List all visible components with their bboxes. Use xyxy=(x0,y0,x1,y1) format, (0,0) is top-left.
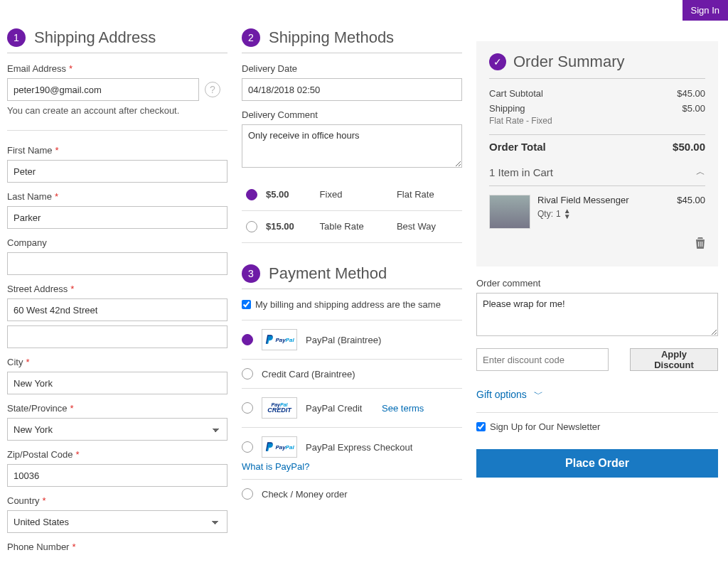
cart-item: Rival Field Messenger Qty: 1 ▲▼ $45.00 xyxy=(489,186,705,237)
method-carrier: Best Way xyxy=(392,210,462,243)
pay-option-label: PayPal (Braintree) xyxy=(306,335,381,345)
radio-unselected-icon[interactable] xyxy=(242,368,253,379)
company-label: Company xyxy=(7,237,228,248)
pay-option-credit-card[interactable]: Credit Card (Braintree) xyxy=(242,360,462,389)
cart-count-label: 1 Item in Cart xyxy=(489,166,553,178)
radio-unselected-icon[interactable] xyxy=(242,488,253,500)
delivery-date-label: Delivery Date xyxy=(242,63,462,74)
pay-option-label: Credit Card (Braintree) xyxy=(262,369,355,379)
email-help-icon[interactable]: ? xyxy=(205,82,220,97)
country-select[interactable]: United States xyxy=(7,510,228,533)
apply-discount-button[interactable]: Apply Discount xyxy=(630,348,718,371)
total-label: Order Total xyxy=(489,141,546,153)
pay-option-label: PayPal Express Checkout xyxy=(306,442,412,453)
zip-field[interactable] xyxy=(7,464,228,487)
company-field[interactable] xyxy=(7,252,228,275)
order-summary-panel: ✓ Order Summary Cart Subtotal $45.00 Shi… xyxy=(476,41,718,266)
method-name: Fixed xyxy=(316,178,392,210)
radio-unselected-icon[interactable] xyxy=(242,441,253,453)
method-carrier: Flat Rate xyxy=(392,178,462,210)
item-name: Rival Field Messenger xyxy=(537,195,670,205)
phone-label: Phone Number* xyxy=(7,542,228,552)
chevron-up-icon: ︿ xyxy=(696,166,705,178)
street-label: Street Address* xyxy=(7,284,228,294)
order-comment-label: Order comment xyxy=(476,278,718,289)
method-price: $15.00 xyxy=(262,210,316,243)
item-price: $45.00 xyxy=(677,195,705,205)
step-2-badge: 2 xyxy=(242,28,260,47)
radio-selected-icon[interactable] xyxy=(242,334,253,345)
method-price: $5.00 xyxy=(262,178,316,210)
first-name-label: First Name* xyxy=(7,145,228,156)
shipping-methods-header: 2 Shipping Methods xyxy=(242,28,462,53)
paypal-logo-icon: PayPal xyxy=(262,436,297,458)
pay-option-paypal-express[interactable]: PayPal PayPal Express Checkout xyxy=(242,428,462,461)
place-order-button[interactable]: Place Order xyxy=(476,449,718,478)
total-value: $50.00 xyxy=(673,141,705,153)
sign-in-button[interactable]: Sign In xyxy=(682,0,728,21)
remove-item-button[interactable] xyxy=(489,237,705,255)
paypal-credit-logo-icon: PayPal CREDIT xyxy=(262,397,297,419)
radio-selected-icon[interactable] xyxy=(246,189,257,200)
order-comment-field[interactable] xyxy=(476,293,718,336)
shipping-method-row[interactable]: $5.00 Fixed Flat Rate xyxy=(242,178,462,210)
shipping-value: $5.00 xyxy=(682,103,705,114)
newsletter-label: Sign Up for Our Newsletter xyxy=(490,421,600,432)
same-address-label: My billing and shipping address are the … xyxy=(255,299,441,310)
paypal-logo-icon: PayPal xyxy=(262,329,297,350)
last-name-label: Last Name* xyxy=(7,191,228,202)
pay-option-paypal-braintree[interactable]: PayPal PayPal (Braintree) xyxy=(242,320,462,360)
step-3-badge: 3 xyxy=(242,264,260,283)
zip-label: Zip/Postal Code* xyxy=(7,449,228,460)
method-name: Table Rate xyxy=(316,210,392,243)
subtotal-label: Cart Subtotal xyxy=(489,88,543,99)
street-field-2[interactable] xyxy=(7,325,228,348)
what-is-paypal-link[interactable]: What is PayPal? xyxy=(242,461,309,472)
email-field[interactable] xyxy=(7,78,199,101)
product-thumbnail[interactable] xyxy=(489,195,530,229)
shipping-methods-title: Shipping Methods xyxy=(269,28,394,47)
shipping-desc: Flat Rate - Fixed xyxy=(489,116,705,131)
account-note: You can create an account after checkout… xyxy=(7,105,228,116)
country-label: Country* xyxy=(7,495,228,506)
gift-options-toggle[interactable]: Gift options ﹀ xyxy=(476,388,718,413)
state-label: State/Province* xyxy=(7,403,228,414)
city-field[interactable] xyxy=(7,372,228,394)
shipping-address-title: Shipping Address xyxy=(34,28,156,47)
pay-option-paypal-credit[interactable]: PayPal CREDIT PayPal Credit See terms xyxy=(242,389,462,428)
pay-option-label: PayPal Credit xyxy=(306,403,362,414)
payment-method-header: 3 Payment Method xyxy=(242,264,462,289)
qty-value: 1 xyxy=(556,209,561,219)
qty-stepper[interactable]: ▲▼ xyxy=(564,208,571,220)
shipping-method-row[interactable]: $15.00 Table Rate Best Way xyxy=(242,210,462,243)
city-label: City* xyxy=(7,357,228,367)
radio-unselected-icon[interactable] xyxy=(242,402,253,414)
same-address-checkbox[interactable] xyxy=(242,300,251,309)
divider xyxy=(7,130,228,131)
last-name-field[interactable] xyxy=(7,206,228,229)
email-label: Email Address* xyxy=(7,63,228,74)
first-name-field[interactable] xyxy=(7,160,228,183)
cart-toggle[interactable]: 1 Item in Cart ︿ xyxy=(489,158,705,186)
see-terms-link[interactable]: See terms xyxy=(382,403,424,414)
street-field-1[interactable] xyxy=(7,298,228,321)
subtotal-value: $45.00 xyxy=(677,88,705,99)
newsletter-checkbox[interactable] xyxy=(476,422,486,431)
pay-option-check[interactable]: Check / Money order xyxy=(242,480,462,508)
shipping-label: Shipping xyxy=(489,103,525,114)
shipping-address-header: 1 Shipping Address xyxy=(7,28,228,53)
chevron-down-icon: ﹀ xyxy=(534,388,543,401)
discount-code-field[interactable] xyxy=(476,348,609,371)
gift-options-label: Gift options xyxy=(476,389,527,400)
delivery-date-field[interactable] xyxy=(242,78,462,101)
pay-option-label: Check / Money order xyxy=(262,489,348,500)
order-summary-title: Order Summary xyxy=(513,53,624,71)
qty-label: Qty: xyxy=(537,209,553,219)
payment-method-title: Payment Method xyxy=(269,264,387,283)
radio-unselected-icon[interactable] xyxy=(246,221,257,232)
delivery-comment-field[interactable] xyxy=(242,124,462,168)
delivery-comment-label: Delivery Comment xyxy=(242,109,462,120)
step-1-badge: 1 xyxy=(7,28,26,47)
check-icon: ✓ xyxy=(489,53,506,70)
state-select[interactable]: New York xyxy=(7,418,228,441)
